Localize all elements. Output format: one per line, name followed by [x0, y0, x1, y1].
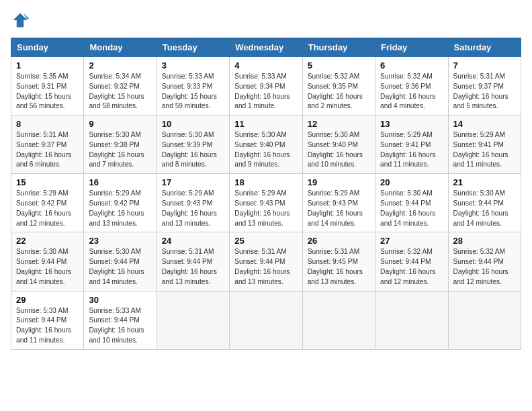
day-cell-19: 19Sunrise: 5:29 AM Sunset: 9:43 PM Dayli… — [302, 174, 375, 232]
day-cell-9: 9Sunrise: 5:30 AM Sunset: 9:38 PM Daylig… — [84, 116, 157, 174]
day-cell-8: 8Sunrise: 5:31 AM Sunset: 9:37 PM Daylig… — [11, 116, 84, 174]
day-info: Sunrise: 5:30 AM Sunset: 9:40 PM Dayligh… — [234, 130, 297, 170]
week-row-4: 22Sunrise: 5:30 AM Sunset: 9:44 PM Dayli… — [11, 232, 521, 291]
day-cell-22: 22Sunrise: 5:30 AM Sunset: 9:44 PM Dayli… — [11, 232, 84, 291]
day-cell-2: 2Sunrise: 5:34 AM Sunset: 9:32 PM Daylig… — [84, 57, 157, 116]
day-info: Sunrise: 5:29 AM Sunset: 9:41 PM Dayligh… — [380, 130, 443, 170]
logo-icon — [11, 11, 30, 30]
day-cell-15: 15Sunrise: 5:29 AM Sunset: 9:42 PM Dayli… — [11, 174, 84, 232]
day-number: 23 — [89, 236, 151, 246]
empty-cell — [157, 291, 229, 349]
day-number: 8 — [16, 119, 79, 129]
day-cell-30: 30Sunrise: 5:33 AM Sunset: 9:44 PM Dayli… — [84, 291, 157, 349]
day-info: Sunrise: 5:29 AM Sunset: 9:43 PM Dayligh… — [162, 189, 224, 228]
day-number: 29 — [16, 295, 79, 305]
day-info: Sunrise: 5:31 AM Sunset: 9:37 PM Dayligh… — [453, 72, 516, 111]
day-number: 12 — [308, 119, 370, 129]
header-friday: Friday — [375, 38, 448, 57]
day-info: Sunrise: 5:31 AM Sunset: 9:44 PM Dayligh… — [234, 247, 297, 287]
day-number: 30 — [89, 295, 151, 305]
header-saturday: Saturday — [448, 38, 521, 57]
day-number: 22 — [16, 236, 79, 246]
day-info: Sunrise: 5:31 AM Sunset: 9:44 PM Dayligh… — [162, 247, 224, 287]
day-info: Sunrise: 5:33 AM Sunset: 9:44 PM Dayligh… — [89, 306, 151, 346]
day-cell-10: 10Sunrise: 5:30 AM Sunset: 9:39 PM Dayli… — [157, 116, 229, 174]
day-number: 11 — [234, 119, 297, 129]
day-number: 20 — [380, 177, 443, 187]
header-row: SundayMondayTuesdayWednesdayThursdayFrid… — [11, 38, 521, 57]
header-tuesday: Tuesday — [157, 38, 229, 57]
day-number: 21 — [453, 177, 516, 187]
header-wednesday: Wednesday — [230, 38, 302, 57]
week-row-5: 29Sunrise: 5:33 AM Sunset: 9:44 PM Dayli… — [11, 291, 521, 349]
day-cell-16: 16Sunrise: 5:29 AM Sunset: 9:42 PM Dayli… — [84, 174, 157, 232]
day-number: 5 — [308, 60, 370, 71]
day-number: 15 — [16, 177, 79, 187]
day-cell-7: 7Sunrise: 5:31 AM Sunset: 9:37 PM Daylig… — [448, 57, 521, 116]
day-number: 26 — [308, 236, 370, 246]
empty-cell — [230, 291, 302, 349]
day-cell-4: 4Sunrise: 5:33 AM Sunset: 9:34 PM Daylig… — [230, 57, 302, 116]
day-number: 25 — [234, 236, 297, 246]
day-number: 4 — [234, 60, 297, 71]
empty-cell — [302, 291, 375, 349]
day-number: 7 — [453, 60, 516, 71]
calendar-table: SundayMondayTuesdayWednesdayThursdayFrid… — [11, 38, 521, 350]
day-info: Sunrise: 5:30 AM Sunset: 9:44 PM Dayligh… — [380, 189, 443, 228]
day-info: Sunrise: 5:29 AM Sunset: 9:42 PM Dayligh… — [16, 189, 79, 228]
day-info: Sunrise: 5:30 AM Sunset: 9:38 PM Dayligh… — [89, 130, 151, 170]
week-row-1: 1Sunrise: 5:35 AM Sunset: 9:31 PM Daylig… — [11, 57, 521, 116]
day-number: 1 — [16, 60, 79, 71]
day-cell-20: 20Sunrise: 5:30 AM Sunset: 9:44 PM Dayli… — [375, 174, 448, 232]
day-info: Sunrise: 5:29 AM Sunset: 9:43 PM Dayligh… — [308, 189, 370, 228]
day-cell-5: 5Sunrise: 5:32 AM Sunset: 9:35 PM Daylig… — [302, 57, 375, 116]
day-cell-1: 1Sunrise: 5:35 AM Sunset: 9:31 PM Daylig… — [11, 57, 84, 116]
day-info: Sunrise: 5:34 AM Sunset: 9:32 PM Dayligh… — [89, 72, 151, 111]
day-cell-29: 29Sunrise: 5:33 AM Sunset: 9:44 PM Dayli… — [11, 291, 84, 349]
day-number: 2 — [89, 60, 151, 71]
day-cell-24: 24Sunrise: 5:31 AM Sunset: 9:44 PM Dayli… — [157, 232, 229, 291]
header-thursday: Thursday — [302, 38, 375, 57]
day-number: 10 — [162, 119, 224, 129]
day-number: 27 — [380, 236, 443, 246]
day-info: Sunrise: 5:30 AM Sunset: 9:39 PM Dayligh… — [162, 130, 224, 170]
day-info: Sunrise: 5:29 AM Sunset: 9:43 PM Dayligh… — [234, 189, 297, 228]
day-cell-27: 27Sunrise: 5:32 AM Sunset: 9:44 PM Dayli… — [375, 232, 448, 291]
day-cell-13: 13Sunrise: 5:29 AM Sunset: 9:41 PM Dayli… — [375, 116, 448, 174]
day-cell-11: 11Sunrise: 5:30 AM Sunset: 9:40 PM Dayli… — [230, 116, 302, 174]
day-number: 19 — [308, 177, 370, 187]
day-info: Sunrise: 5:33 AM Sunset: 9:34 PM Dayligh… — [234, 72, 297, 111]
day-info: Sunrise: 5:33 AM Sunset: 9:33 PM Dayligh… — [162, 72, 224, 111]
day-info: Sunrise: 5:30 AM Sunset: 9:40 PM Dayligh… — [308, 130, 370, 170]
logo — [11, 11, 32, 30]
day-cell-17: 17Sunrise: 5:29 AM Sunset: 9:43 PM Dayli… — [157, 174, 229, 232]
header-monday: Monday — [84, 38, 157, 57]
day-cell-6: 6Sunrise: 5:32 AM Sunset: 9:36 PM Daylig… — [375, 57, 448, 116]
day-info: Sunrise: 5:32 AM Sunset: 9:44 PM Dayligh… — [380, 247, 443, 287]
day-number: 24 — [162, 236, 224, 246]
day-cell-26: 26Sunrise: 5:31 AM Sunset: 9:45 PM Dayli… — [302, 232, 375, 291]
day-info: Sunrise: 5:31 AM Sunset: 9:37 PM Dayligh… — [16, 130, 79, 170]
day-cell-28: 28Sunrise: 5:32 AM Sunset: 9:44 PM Dayli… — [448, 232, 521, 291]
day-number: 18 — [234, 177, 297, 187]
day-cell-14: 14Sunrise: 5:29 AM Sunset: 9:41 PM Dayli… — [448, 116, 521, 174]
empty-cell — [448, 291, 521, 349]
day-info: Sunrise: 5:30 AM Sunset: 9:44 PM Dayligh… — [16, 247, 79, 287]
day-info: Sunrise: 5:32 AM Sunset: 9:35 PM Dayligh… — [308, 72, 370, 111]
day-cell-3: 3Sunrise: 5:33 AM Sunset: 9:33 PM Daylig… — [157, 57, 229, 116]
day-number: 14 — [453, 119, 516, 129]
day-info: Sunrise: 5:35 AM Sunset: 9:31 PM Dayligh… — [16, 72, 79, 111]
day-number: 13 — [380, 119, 443, 129]
header-sunday: Sunday — [11, 38, 84, 57]
day-number: 3 — [162, 60, 224, 71]
day-cell-18: 18Sunrise: 5:29 AM Sunset: 9:43 PM Dayli… — [230, 174, 302, 232]
day-number: 6 — [380, 60, 443, 71]
day-info: Sunrise: 5:30 AM Sunset: 9:44 PM Dayligh… — [453, 189, 516, 228]
day-info: Sunrise: 5:29 AM Sunset: 9:42 PM Dayligh… — [89, 189, 151, 228]
day-info: Sunrise: 5:29 AM Sunset: 9:41 PM Dayligh… — [453, 130, 516, 170]
day-cell-21: 21Sunrise: 5:30 AM Sunset: 9:44 PM Dayli… — [448, 174, 521, 232]
day-info: Sunrise: 5:31 AM Sunset: 9:45 PM Dayligh… — [308, 247, 370, 287]
day-number: 16 — [89, 177, 151, 187]
day-cell-25: 25Sunrise: 5:31 AM Sunset: 9:44 PM Dayli… — [230, 232, 302, 291]
day-info: Sunrise: 5:33 AM Sunset: 9:44 PM Dayligh… — [16, 306, 79, 346]
